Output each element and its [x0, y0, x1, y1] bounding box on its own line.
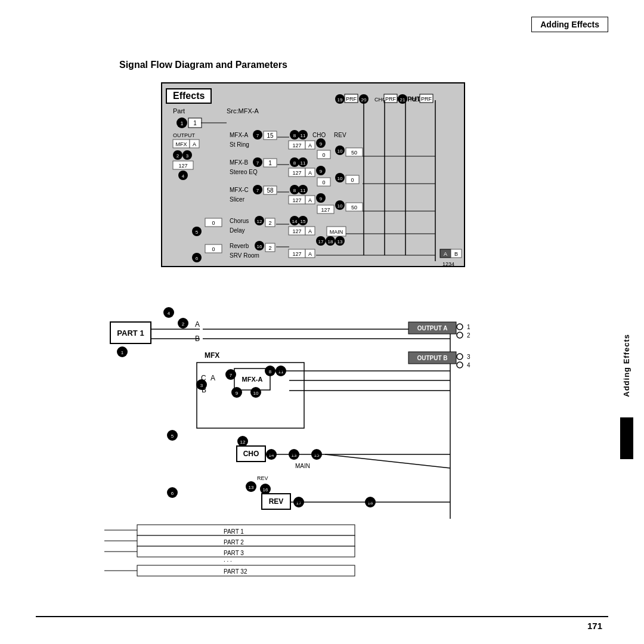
svg-text:127: 127 — [321, 207, 330, 213]
effects-panel: OUTPUT 19 PRF 20 CHO PRF 21 REV PRF Part… — [161, 82, 465, 267]
svg-text:OUTPUT B: OUTPUT B — [417, 355, 447, 361]
svg-text:6: 6 — [196, 256, 199, 261]
svg-text:2: 2 — [177, 153, 179, 159]
svg-text:MFX-C: MFX-C — [230, 187, 249, 193]
svg-text:4: 4 — [467, 362, 470, 369]
svg-text:9: 9 — [320, 141, 323, 147]
svg-text:5: 5 — [196, 230, 199, 235]
svg-text:1234: 1234 — [442, 261, 454, 267]
svg-text:A: A — [444, 251, 447, 257]
svg-text:REV: REV — [257, 475, 268, 481]
svg-text:PRF: PRF — [346, 96, 357, 102]
svg-text:MFX-B: MFX-B — [230, 159, 248, 166]
signal-flow-svg: PART 1 1 4 2 A B MFX C — [104, 292, 474, 578]
svg-text:11: 11 — [301, 133, 306, 138]
svg-text:8: 8 — [293, 188, 296, 193]
effects-panel-title: Effects — [166, 88, 212, 104]
svg-text:5: 5 — [171, 434, 174, 439]
svg-text:Delay: Delay — [230, 227, 245, 234]
svg-text:1: 1 — [467, 324, 470, 330]
svg-text:A: A — [308, 197, 312, 203]
svg-text:0: 0 — [351, 177, 354, 183]
svg-text:MFX: MFX — [205, 351, 219, 360]
svg-point-236 — [457, 354, 463, 360]
svg-text:15: 15 — [301, 219, 306, 224]
svg-text:7: 7 — [256, 188, 259, 193]
header-title: Adding Effects — [531, 17, 608, 32]
svg-text:PART 2: PART 2 — [224, 539, 244, 546]
svg-text:3: 3 — [467, 354, 470, 360]
svg-text:A: A — [193, 141, 196, 147]
svg-text:Reverb: Reverb — [230, 243, 249, 249]
svg-text:SRV Room: SRV Room — [230, 252, 259, 259]
svg-text:8: 8 — [293, 160, 296, 166]
svg-text:Chorus: Chorus — [230, 218, 249, 224]
svg-text:MAIN: MAIN — [330, 229, 343, 235]
svg-text:1: 1 — [268, 160, 272, 166]
svg-point-234 — [457, 332, 463, 338]
svg-text:127: 127 — [292, 197, 301, 203]
svg-text:Slicer: Slicer — [230, 196, 245, 203]
svg-text:1: 1 — [180, 120, 183, 126]
svg-text:10: 10 — [338, 148, 343, 154]
svg-text:CHO: CHO — [243, 450, 259, 458]
svg-text:50: 50 — [351, 205, 357, 210]
svg-text:14: 14 — [269, 453, 274, 458]
svg-text:B: B — [454, 251, 458, 257]
svg-text:9: 9 — [320, 169, 323, 174]
svg-text:0: 0 — [322, 179, 325, 185]
section-title: Signal Flow Diagram and Parameters — [119, 60, 287, 70]
svg-text:PART 32: PART 32 — [224, 568, 247, 575]
svg-text:11: 11 — [301, 160, 306, 166]
svg-text:50: 50 — [351, 150, 357, 156]
svg-text:Part: Part — [173, 107, 185, 114]
svg-text:17: 17 — [296, 500, 302, 506]
svg-text:7: 7 — [256, 133, 259, 138]
svg-text:4: 4 — [182, 174, 185, 179]
svg-rect-240 — [137, 525, 355, 535]
svg-text:8: 8 — [293, 133, 296, 138]
svg-text:0: 0 — [322, 152, 325, 158]
svg-text:A: A — [308, 170, 312, 176]
svg-text:A: A — [308, 143, 312, 148]
svg-rect-242 — [137, 546, 355, 557]
svg-text:Src:MFX-A: Src:MFX-A — [227, 107, 259, 114]
svg-text:16: 16 — [263, 487, 268, 493]
svg-text:OUTPUT A: OUTPUT A — [417, 325, 448, 332]
svg-point-232 — [457, 324, 463, 330]
svg-text:10: 10 — [338, 176, 343, 181]
svg-text:8: 8 — [269, 369, 272, 374]
side-label: Adding Effects — [622, 334, 631, 397]
svg-point-238 — [457, 362, 463, 368]
svg-text:6: 6 — [171, 491, 174, 496]
svg-text:13: 13 — [338, 239, 343, 244]
svg-text:A: A — [308, 228, 312, 234]
svg-text:Stereo EQ: Stereo EQ — [230, 169, 258, 175]
svg-text:2: 2 — [467, 332, 470, 339]
svg-line-212 — [325, 454, 450, 468]
svg-text:12: 12 — [240, 439, 246, 445]
svg-text:18: 18 — [328, 239, 333, 244]
svg-text:9: 9 — [320, 196, 323, 202]
svg-text:17: 17 — [318, 239, 324, 244]
svg-text:19: 19 — [338, 97, 343, 103]
svg-text:2: 2 — [268, 245, 271, 251]
svg-text:1: 1 — [121, 350, 124, 355]
svg-text:21: 21 — [400, 97, 405, 103]
svg-text:16: 16 — [257, 244, 262, 249]
effects-panel-svg: OUTPUT 19 PRF 20 CHO PRF 21 REV PRF Part… — [167, 88, 469, 271]
svg-text:1: 1 — [193, 120, 197, 126]
svg-text:9: 9 — [236, 391, 239, 396]
svg-text:MAIN: MAIN — [295, 463, 310, 469]
bottom-divider — [36, 616, 608, 617]
svg-text:CHO: CHO — [312, 132, 326, 138]
page-number: 171 — [587, 621, 602, 631]
svg-text:MFX-A: MFX-A — [230, 132, 248, 138]
svg-text:3: 3 — [186, 153, 189, 159]
svg-text:15: 15 — [267, 132, 274, 139]
svg-text:15: 15 — [314, 453, 320, 458]
svg-text:. . .: . . . — [224, 556, 232, 563]
svg-text:127: 127 — [292, 170, 301, 176]
svg-text:A: A — [210, 374, 215, 382]
svg-text:OUTPUT: OUTPUT — [173, 132, 196, 138]
